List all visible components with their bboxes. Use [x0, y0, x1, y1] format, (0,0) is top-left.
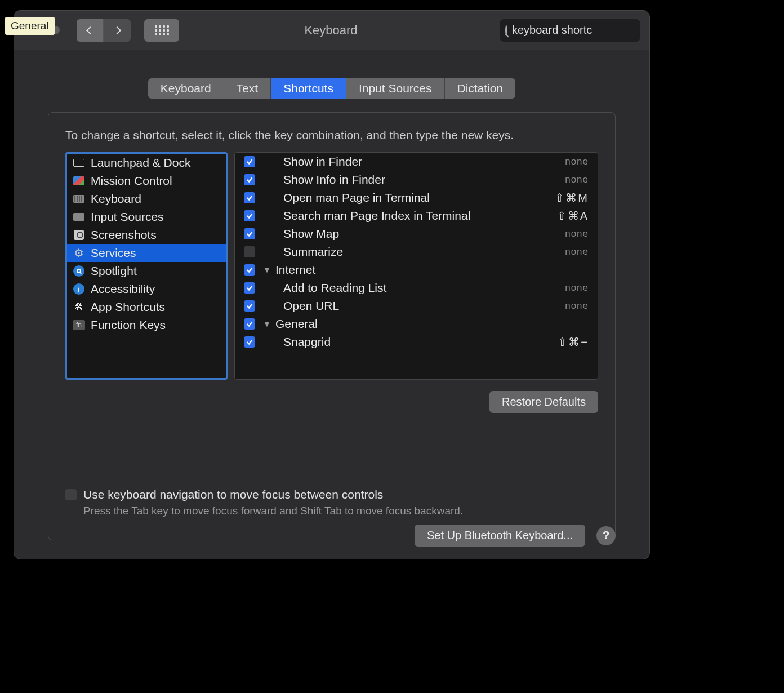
- category-label: Accessibility: [91, 282, 155, 296]
- category-label: Function Keys: [91, 318, 166, 332]
- service-label: Show in Finder: [263, 155, 557, 168]
- service-checkbox[interactable]: [244, 318, 255, 330]
- service-label: Internet: [275, 263, 589, 277]
- tab-input-sources[interactable]: Input Sources: [346, 78, 445, 99]
- service-checkbox[interactable]: [244, 174, 255, 185]
- shortcut-list[interactable]: Show in FindernoneShow Info in Findernon…: [234, 152, 598, 380]
- tab-shortcuts[interactable]: Shortcuts: [271, 78, 346, 99]
- bottom-bar: Set Up Bluetooth Keyboard... ?: [415, 525, 616, 547]
- disclosure-triangle-icon[interactable]: ▼: [263, 319, 271, 328]
- shortcut-key[interactable]: ⇧⌘M: [555, 191, 589, 205]
- forward-button: [104, 19, 131, 42]
- category-screenshots[interactable]: Screenshots: [67, 226, 226, 244]
- bluetooth-keyboard-button[interactable]: Set Up Bluetooth Keyboard...: [415, 525, 585, 547]
- service-row[interactable]: ▼General: [235, 315, 598, 333]
- shortcut-key[interactable]: ⇧⌘A: [557, 209, 589, 223]
- category-spotlight[interactable]: Spotlight: [67, 262, 226, 280]
- service-checkbox[interactable]: [244, 336, 255, 348]
- keyboard-nav-label: Use keyboard navigation to move focus be…: [83, 488, 383, 501]
- spot-icon: [73, 265, 85, 277]
- shortcut-key[interactable]: none: [565, 156, 589, 167]
- category-label: Services: [91, 246, 136, 260]
- service-row[interactable]: Open man Page in Terminal⇧⌘M: [235, 189, 598, 207]
- service-row[interactable]: Show Info in Findernone: [235, 171, 598, 189]
- service-row[interactable]: Add to Reading Listnone: [235, 279, 598, 297]
- ss-icon: [73, 229, 85, 241]
- category-label: Mission Control: [91, 174, 172, 188]
- service-checkbox[interactable]: [244, 264, 255, 276]
- category-function-keys[interactable]: fnFunction Keys: [67, 316, 226, 334]
- service-checkbox[interactable]: [244, 246, 255, 257]
- service-label: Snapgrid: [263, 335, 550, 349]
- service-row[interactable]: Show in Findernone: [235, 153, 598, 171]
- service-checkbox[interactable]: [244, 282, 255, 294]
- category-list[interactable]: Launchpad & DockMission ControlKeyboardI…: [65, 152, 228, 380]
- service-row[interactable]: Open URLnone: [235, 297, 598, 315]
- tab-keyboard[interactable]: Keyboard: [148, 78, 224, 99]
- service-label: General: [275, 317, 589, 331]
- service-row[interactable]: Snapgrid⇧⌘−: [235, 333, 598, 351]
- service-label: Summarize: [263, 245, 557, 259]
- restore-defaults-button[interactable]: Restore Defaults: [489, 391, 598, 413]
- search-field[interactable]: ✕: [500, 19, 640, 42]
- service-label: Show Info in Finder: [263, 173, 557, 186]
- nav-buttons: [77, 19, 131, 42]
- shortcut-key[interactable]: none: [565, 282, 589, 294]
- category-launchpad-dock[interactable]: Launchpad & Dock: [67, 154, 226, 172]
- category-accessibility[interactable]: iAccessibility: [67, 280, 226, 298]
- shortcut-key[interactable]: none: [565, 174, 589, 185]
- service-label: Open URL: [263, 299, 557, 313]
- shortcut-key[interactable]: none: [565, 246, 589, 257]
- service-checkbox[interactable]: [244, 192, 255, 203]
- service-checkbox[interactable]: [244, 210, 255, 221]
- category-label: Screenshots: [91, 228, 157, 242]
- shortcut-key[interactable]: ⇧⌘−: [558, 335, 589, 349]
- shortcut-key[interactable]: none: [565, 228, 589, 239]
- service-checkbox[interactable]: [244, 228, 255, 239]
- fn-icon: fn: [73, 319, 85, 331]
- back-button[interactable]: [77, 19, 104, 42]
- category-app-shortcuts[interactable]: 🛠App Shortcuts: [67, 298, 226, 316]
- tab-dictation[interactable]: Dictation: [445, 78, 516, 99]
- tab-text[interactable]: Text: [224, 78, 271, 99]
- category-services[interactable]: ⚙Services: [67, 244, 226, 262]
- app-icon: 🛠: [73, 301, 85, 313]
- chevron-left-icon: [86, 26, 93, 34]
- grid-icon: [155, 25, 169, 35]
- show-all-button[interactable]: [144, 19, 179, 42]
- help-button[interactable]: ?: [596, 526, 616, 545]
- content-frame: To change a shortcut, select it, click t…: [48, 112, 616, 540]
- keyboard-nav-subtext: Press the Tab key to move focus forward …: [83, 505, 598, 517]
- category-label: Launchpad & Dock: [91, 156, 190, 170]
- acc-icon: i: [73, 283, 85, 295]
- service-row[interactable]: ▼Internet: [235, 261, 598, 279]
- search-input[interactable]: [512, 24, 650, 37]
- shortcut-key[interactable]: none: [565, 300, 589, 312]
- tab-bar: KeyboardTextShortcutsInput SourcesDictat…: [14, 78, 649, 99]
- is-icon: [73, 211, 85, 223]
- service-label: Open man Page in Terminal: [263, 191, 547, 205]
- service-checkbox[interactable]: [244, 300, 255, 312]
- category-mission-control[interactable]: Mission Control: [67, 172, 226, 190]
- disclosure-triangle-icon[interactable]: ▼: [263, 265, 271, 274]
- rect-icon: [73, 157, 85, 168]
- category-label: App Shortcuts: [91, 300, 165, 314]
- service-row[interactable]: Search man Page Index in Terminal⇧⌘A: [235, 207, 598, 225]
- gear-icon: ⚙: [73, 247, 85, 259]
- service-label: Search man Page Index in Terminal: [263, 209, 549, 223]
- category-input-sources[interactable]: Input Sources: [67, 208, 226, 226]
- kb-icon: [73, 193, 85, 205]
- service-label: Add to Reading List: [263, 281, 557, 295]
- service-label: Show Map: [263, 227, 557, 241]
- keyboard-nav-checkbox[interactable]: [65, 489, 77, 500]
- category-label: Spotlight: [91, 264, 137, 278]
- service-checkbox[interactable]: [244, 156, 255, 167]
- preferences-window: Keyboard ✕ KeyboardTextShortcutsInput So…: [14, 10, 650, 559]
- keyboard-nav-section: Use keyboard navigation to move focus be…: [65, 488, 598, 517]
- category-label: Input Sources: [91, 210, 164, 224]
- service-row[interactable]: Summarizenone: [235, 243, 598, 261]
- category-keyboard[interactable]: Keyboard: [67, 190, 226, 208]
- chevron-right-icon: [113, 26, 121, 34]
- window-title: Keyboard: [185, 23, 494, 38]
- service-row[interactable]: Show Mapnone: [235, 225, 598, 243]
